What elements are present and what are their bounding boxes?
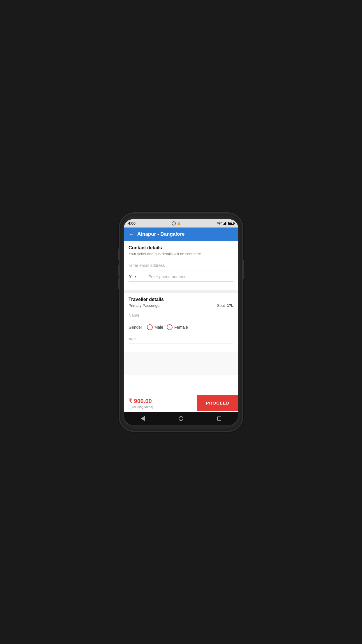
seat-info: Seat 17L <box>217 303 233 308</box>
seat-label: Seat <box>217 303 225 308</box>
age-input[interactable] <box>129 334 233 344</box>
country-code-selector[interactable]: 91 ▼ <box>129 274 146 279</box>
name-input[interactable] <box>129 311 233 320</box>
country-code-value: 91 <box>129 274 133 279</box>
status-left-icons: 🔒 <box>172 221 181 225</box>
header-title: Ainapur - Bangalore <box>137 231 184 237</box>
price-section: ₹ 900.00 (Excluding taxes) <box>124 394 197 412</box>
phone-row: 91 ▼ <box>129 274 233 282</box>
lock-icon: 🔒 <box>177 221 181 225</box>
gender-label: Gender <box>129 325 142 330</box>
nav-bar <box>124 412 238 425</box>
gender-female-label: Female <box>174 325 188 330</box>
bottom-bar: ₹ 900.00 (Excluding taxes) PROCEED <box>124 394 238 412</box>
gender-male-option[interactable]: Male <box>147 324 163 330</box>
email-input[interactable] <box>129 261 233 270</box>
recents-nav-icon <box>217 416 221 421</box>
phone-input[interactable] <box>148 274 233 279</box>
traveller-title: Traveller details <box>129 297 233 302</box>
passenger-label: Primary Passenger <box>129 303 161 308</box>
back-nav-icon <box>141 416 145 421</box>
gender-female-option[interactable]: Female <box>167 324 188 330</box>
currency-symbol: ₹ <box>129 398 132 404</box>
home-nav-icon <box>179 416 183 421</box>
wifi-icon <box>217 222 222 225</box>
home-nav-button[interactable] <box>177 415 185 422</box>
signal-icon <box>223 222 227 225</box>
contact-section: Contact details Your ticket and bus deta… <box>124 241 238 290</box>
status-time: 4:00 <box>128 221 136 225</box>
contact-subtitle: Your ticket and bus details will be sent… <box>129 252 233 256</box>
recents-nav-button[interactable] <box>215 415 223 422</box>
back-nav-button[interactable] <box>139 415 147 422</box>
traveller-header: Primary Passenger Seat 17L <box>129 303 233 308</box>
contact-title: Contact details <box>129 245 233 251</box>
extra-space <box>124 352 238 375</box>
gender-male-radio[interactable] <box>147 324 153 330</box>
status-right-icons <box>217 222 234 225</box>
app-header: ← Ainapur - Bangalore <box>124 228 238 241</box>
gender-male-label: Male <box>154 325 163 330</box>
price-value: 900.00 <box>134 398 152 404</box>
price-tax: (Excluding taxes) <box>129 405 193 409</box>
main-content: Contact details Your ticket and bus deta… <box>124 241 238 394</box>
price-amount: ₹ 900.00 <box>129 398 193 405</box>
seat-number: 17L <box>227 303 233 308</box>
dropdown-arrow-icon: ▼ <box>134 275 137 278</box>
battery-icon <box>228 222 234 225</box>
back-button[interactable]: ← <box>129 231 134 238</box>
status-bar: 4:00 🔒 <box>124 219 238 228</box>
traveller-section: Traveller details Primary Passenger Seat… <box>124 293 238 352</box>
gender-female-radio[interactable] <box>167 324 173 330</box>
gender-row: Gender Male Female <box>129 324 233 330</box>
proceed-button[interactable]: PROCEED <box>197 395 238 411</box>
section-divider-1 <box>124 290 238 293</box>
status-icon-1 <box>172 221 176 225</box>
